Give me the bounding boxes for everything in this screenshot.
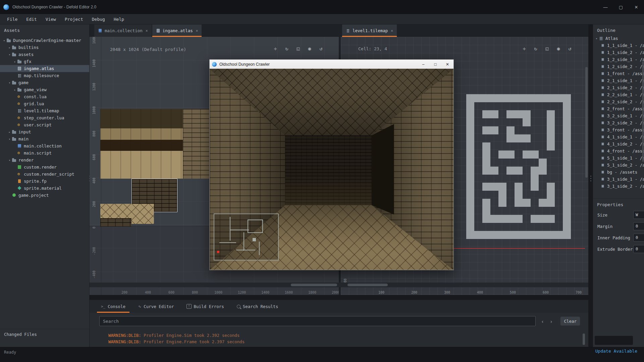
- tilemap-cell[interactable]: [490, 175, 498, 183]
- tree-item[interactable]: game.project: [0, 192, 89, 199]
- tilemap-cell[interactable]: [531, 231, 539, 239]
- expander-arrow[interactable]: ▾: [7, 159, 12, 162]
- tilemap-cell[interactable]: [531, 175, 539, 183]
- outline-item[interactable]: 3_1_side_1 - /assets: [593, 176, 644, 183]
- tilemap-cell[interactable]: [482, 223, 490, 231]
- outline-item[interactable]: 2_2_side_1 - /assets: [593, 91, 644, 98]
- tilemap-cell[interactable]: [571, 134, 579, 142]
- search-next-button[interactable]: ›: [547, 316, 556, 326]
- tilemap-cell[interactable]: [523, 94, 531, 102]
- tilemap-cell[interactable]: [531, 150, 539, 159]
- menu-item[interactable]: Debug: [88, 14, 109, 24]
- tilemap-cell[interactable]: [563, 118, 571, 126]
- tilemap-cell[interactable]: [458, 86, 466, 94]
- tilemap-cell[interactable]: [474, 167, 482, 175]
- tilemap-cell[interactable]: [498, 118, 506, 126]
- tilemap-cell[interactable]: [555, 86, 563, 94]
- update-available-link[interactable]: Update Available: [593, 348, 639, 354]
- scale-tool-button[interactable]: ◱: [542, 44, 552, 53]
- tilemap-cell[interactable]: [482, 207, 490, 215]
- game-close-button[interactable]: ✕: [441, 60, 453, 69]
- tilemap-cell[interactable]: [579, 231, 587, 239]
- tilemap-cell[interactable]: [458, 175, 466, 183]
- tilemap-cell[interactable]: [563, 199, 571, 207]
- tilemap-cell[interactable]: [571, 150, 579, 159]
- tilemap-cell[interactable]: [482, 86, 490, 94]
- outline-splitter-handle[interactable]: [590, 173, 592, 184]
- move-tool-button[interactable]: ✛: [270, 44, 280, 53]
- tilemap-cell[interactable]: [498, 126, 506, 134]
- tilemap-cell[interactable]: [506, 102, 515, 110]
- tilemap-cell[interactable]: [523, 207, 531, 215]
- tilemap-cell[interactable]: [547, 175, 555, 183]
- tilemap-cell[interactable]: [571, 167, 579, 175]
- tilemap-cell[interactable]: [498, 167, 506, 175]
- search-prev-button[interactable]: ‹: [538, 316, 547, 326]
- tilemap-cell[interactable]: [515, 207, 523, 215]
- outline-item[interactable]: 1_2_side_2 - /assets: [593, 63, 644, 70]
- tilemap-cell[interactable]: [498, 199, 506, 207]
- tilemap-cell[interactable]: [515, 167, 523, 175]
- game-maximize-button[interactable]: □: [429, 60, 441, 69]
- tilemap-cell[interactable]: [466, 118, 474, 126]
- tilemap-cell[interactable]: [563, 159, 571, 167]
- maximize-button[interactable]: ▢: [613, 0, 629, 14]
- game-viewport[interactable]: [210, 69, 453, 270]
- game-minimize-button[interactable]: –: [417, 60, 429, 69]
- tilemap-cell[interactable]: [563, 183, 571, 191]
- tilemap-cell[interactable]: [531, 199, 539, 207]
- tilemap-cell[interactable]: [547, 126, 555, 134]
- tilemap-cell[interactable]: [571, 126, 579, 134]
- tree-item[interactable]: user.script: [0, 121, 89, 128]
- tilemap-cell[interactable]: [474, 223, 482, 231]
- tilemap-cell[interactable]: [458, 207, 466, 215]
- outline-item[interactable]: 4_1_side_2 - /assets: [593, 140, 644, 147]
- tree-item[interactable]: const.lua: [0, 93, 89, 100]
- tilemap-cell[interactable]: [547, 207, 555, 215]
- tree-item[interactable]: sprite.fp: [0, 178, 89, 185]
- tilemap-cell[interactable]: [555, 215, 563, 223]
- tilemap-cell[interactable]: [571, 110, 579, 118]
- atlas-thumbnail[interactable]: [100, 218, 131, 227]
- tree-item[interactable]: ▾ assets: [0, 51, 89, 58]
- tilemap-cell[interactable]: [482, 150, 490, 159]
- tree-item[interactable]: ▸ gfx: [0, 58, 89, 65]
- tilemap-cell[interactable]: [563, 223, 571, 231]
- tilemap-cell[interactable]: [466, 102, 474, 110]
- expander-arrow[interactable]: ▸: [7, 46, 12, 49]
- tilemap-cell[interactable]: [490, 223, 498, 231]
- tilemap-cell[interactable]: [466, 175, 474, 183]
- tilemap-cell[interactable]: [466, 159, 474, 167]
- tilemap-cell[interactable]: [466, 110, 474, 118]
- tab-close-icon[interactable]: ✕: [146, 28, 148, 33]
- tree-item[interactable]: ▾ render: [0, 157, 89, 164]
- tilemap-cell[interactable]: [498, 86, 506, 94]
- tree-item[interactable]: level1.tilemap: [0, 107, 89, 114]
- tilemap-cell[interactable]: [531, 118, 539, 126]
- tilemap-cell[interactable]: [539, 215, 547, 223]
- tree-item[interactable]: custom.render: [0, 164, 89, 171]
- tilemap-cell[interactable]: [547, 102, 555, 110]
- bottom-panel-tab[interactable]: Search Results: [235, 300, 280, 313]
- tilemap-cell[interactable]: [515, 231, 523, 239]
- tilemap-cell[interactable]: [474, 159, 482, 167]
- tilemap-cell[interactable]: [531, 167, 539, 175]
- property-value-field[interactable]: 0: [633, 234, 644, 242]
- tilemap-cell[interactable]: [523, 183, 531, 191]
- tilemap-cell[interactable]: [547, 110, 555, 118]
- expander-arrow[interactable]: ▸: [13, 88, 17, 92]
- tilemap-cell[interactable]: [498, 142, 506, 150]
- tilemap-cell[interactable]: [482, 231, 490, 239]
- tilemap-cell[interactable]: [498, 134, 506, 142]
- tab-close-icon[interactable]: ✕: [391, 28, 393, 33]
- tilemap-cell[interactable]: [539, 134, 547, 142]
- tilemap-cell[interactable]: [555, 110, 563, 118]
- tilemap-cell[interactable]: [490, 199, 498, 207]
- tilemap-cell[interactable]: [515, 223, 523, 231]
- tilemap-cell[interactable]: [506, 215, 515, 223]
- tilemap-cell[interactable]: [458, 110, 466, 118]
- tilemap-cell[interactable]: [563, 126, 571, 134]
- outline-item[interactable]: 1_front - /assets: [593, 70, 644, 77]
- tilemap-cell[interactable]: [506, 191, 515, 199]
- menu-item[interactable]: View: [41, 14, 60, 24]
